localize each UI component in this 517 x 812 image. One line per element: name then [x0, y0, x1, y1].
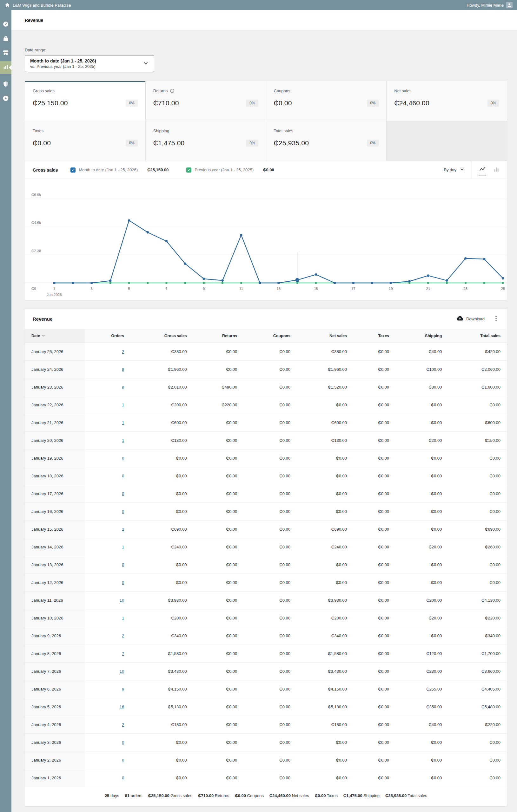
- delta-badge: 0%: [126, 140, 137, 147]
- orders-link[interactable]: 16: [120, 704, 124, 709]
- value-cell: ₵490.00: [193, 378, 244, 396]
- stat-label: Net sales: [394, 88, 411, 93]
- value-cell: ₵0.00: [297, 734, 353, 751]
- orders-link[interactable]: 1: [122, 545, 124, 549]
- value-cell: ₵0.00: [193, 574, 244, 591]
- stat-value: ₵24,460.00: [394, 99, 429, 107]
- stat-tile[interactable]: Total sales ₵25,935.00 0%: [266, 121, 386, 161]
- orders-link[interactable]: 0: [122, 580, 124, 585]
- value-cell: ₵0.00: [353, 360, 396, 378]
- svg-text:₵0: ₵0: [31, 287, 36, 291]
- value-cell: ₵0.00: [243, 751, 297, 769]
- chart-legend-item[interactable]: Month to date (Jan 1 - 25, 2026) ₵25,150…: [71, 168, 168, 173]
- orders-link[interactable]: 7: [122, 651, 124, 656]
- value-cell: ₵0.00: [297, 396, 353, 414]
- orders-link[interactable]: 0: [122, 491, 124, 496]
- avatar[interactable]: [506, 2, 513, 8]
- admin-bar: L&M Wigs and Bundle Paradise Howdy, Mimi…: [0, 0, 517, 10]
- value-cell: ₵2,010.00: [131, 378, 193, 396]
- table-header-row: DateOrdersGross salesReturnsCouponsNet s…: [25, 329, 507, 343]
- orders-link[interactable]: 9: [122, 687, 124, 692]
- orders-link[interactable]: 0: [122, 776, 124, 780]
- value-cell: ₵0.00: [243, 343, 297, 360]
- stat-tile[interactable]: Net sales ₵24,460.00 0%: [386, 81, 507, 121]
- orders-link[interactable]: 1: [122, 616, 124, 620]
- value-cell: ₵0.00: [353, 485, 396, 503]
- orders-cell: 0: [85, 769, 131, 787]
- sidebar-item-store[interactable]: [0, 47, 11, 60]
- orders-link[interactable]: 0: [122, 758, 124, 762]
- howdy-text[interactable]: Howdy, Mimie Merie: [466, 3, 504, 8]
- orders-link[interactable]: 8: [122, 385, 124, 389]
- chart-legend-item[interactable]: Previous year (Jan 1 - 25, 2025) ₵0.00: [186, 168, 274, 173]
- value-cell: ₵0.00: [353, 467, 396, 485]
- value-cell: ₵3,430.00: [131, 663, 193, 680]
- value-cell: ₵0.00: [297, 485, 353, 503]
- value-cell: ₵0.00: [353, 645, 396, 663]
- value-cell: ₵0.00: [353, 609, 396, 627]
- orders-link[interactable]: 0: [122, 473, 124, 478]
- stat-tile[interactable]: Taxes ₵0.00 0%: [25, 121, 145, 161]
- orders-cell: 1: [85, 432, 131, 450]
- orders-link[interactable]: 0: [122, 509, 124, 514]
- summary-item: ₵1,475.00 Shipping: [344, 793, 380, 798]
- orders-link[interactable]: 10: [120, 669, 124, 674]
- checkbox-icon[interactable]: [71, 168, 76, 173]
- value-cell: ₵4,150.00: [131, 680, 193, 698]
- date-cell: January 24, 2026: [25, 360, 85, 378]
- value-cell: ₵0.00: [243, 716, 297, 734]
- orders-link[interactable]: 10: [120, 598, 124, 603]
- value-cell: ₵600.00: [131, 414, 193, 432]
- checkbox-icon[interactable]: [186, 168, 191, 173]
- svg-text:₵4.6k: ₵4.6k: [31, 221, 41, 225]
- kebab-menu-button[interactable]: [493, 315, 499, 323]
- download-button[interactable]: Download: [456, 315, 485, 323]
- value-cell: ₵0.00: [448, 396, 507, 414]
- value-cell: ₵0.00: [243, 503, 297, 521]
- date-cell: January 10, 2026: [25, 609, 85, 627]
- svg-text:₵6.9k: ₵6.9k: [31, 193, 41, 197]
- stat-tile[interactable]: Gross sales ₵25,150.00 0%: [25, 81, 145, 121]
- table-row: January 24, 20268₵1,960.00₵0.00₵0.00₵1,9…: [25, 360, 507, 378]
- sidebar-item-media[interactable]: [0, 93, 11, 105]
- orders-cell: 2: [85, 627, 131, 645]
- orders-link[interactable]: 1: [122, 403, 124, 407]
- stat-value: ₵25,150.00: [33, 99, 68, 107]
- value-cell: ₵0.00: [448, 467, 507, 485]
- home-icon[interactable]: [4, 2, 10, 8]
- sidebar-item-products[interactable]: [0, 33, 11, 46]
- orders-link[interactable]: 0: [122, 740, 124, 745]
- date-range-dropdown[interactable]: Month to date (Jan 1 - 25, 2026) vs. Pre…: [25, 55, 154, 72]
- svg-text:11: 11: [239, 287, 243, 291]
- orders-link[interactable]: 2: [122, 349, 124, 354]
- delta-badge: 0%: [126, 99, 137, 107]
- orders-link[interactable]: 2: [122, 633, 124, 638]
- line-chart-toggle[interactable]: [477, 164, 488, 176]
- date-range-label: Date range:: [25, 48, 507, 52]
- bar-chart-toggle[interactable]: [490, 164, 502, 176]
- orders-link[interactable]: 1: [122, 420, 124, 425]
- value-cell: ₵5,130.00: [131, 698, 193, 716]
- page-header: Revenue: [11, 10, 517, 30]
- stat-tile[interactable]: Shipping ₵1,475.00 0%: [146, 121, 266, 161]
- sidebar-item-analytics[interactable]: [0, 61, 11, 74]
- column-header-date-sort[interactable]: Date: [25, 329, 85, 343]
- orders-cell: 1: [85, 538, 131, 556]
- column-header: Returns: [193, 329, 244, 343]
- interval-select[interactable]: By day: [437, 161, 472, 179]
- value-cell: ₵340.00: [131, 627, 193, 645]
- value-cell: ₵0.00: [193, 343, 244, 360]
- orders-link[interactable]: 8: [122, 367, 124, 372]
- orders-link[interactable]: 2: [122, 527, 124, 531]
- orders-link[interactable]: 0: [122, 562, 124, 567]
- sidebar-item-dashboard[interactable]: [0, 19, 11, 31]
- orders-link[interactable]: 0: [122, 456, 124, 461]
- sidebar-item-security[interactable]: [0, 78, 11, 91]
- stat-tile[interactable]: Returns ₵710.00 0%: [146, 81, 266, 121]
- orders-link[interactable]: 1: [122, 438, 124, 443]
- value-cell: ₵0.00: [448, 485, 507, 503]
- stat-tile[interactable]: Coupons ₵0.00 0%: [266, 81, 386, 121]
- chart-plot[interactable]: ₵6.9k₵4.6k₵2.3k₵0135791113151719212325Ja…: [25, 179, 507, 300]
- orders-link[interactable]: 2: [122, 722, 124, 727]
- site-name[interactable]: L&M Wigs and Bundle Paradise: [13, 3, 71, 8]
